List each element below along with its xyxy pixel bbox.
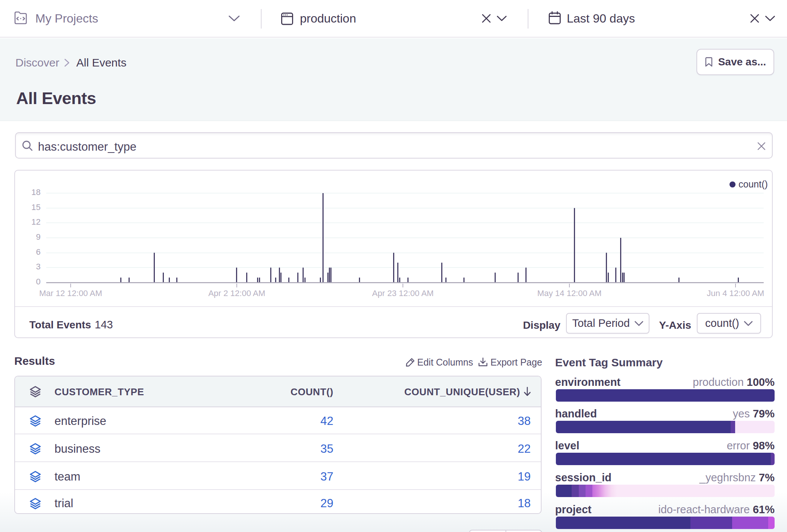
- svg-text:0: 0: [36, 277, 41, 286]
- svg-text:9: 9: [36, 232, 41, 242]
- svg-text:18: 18: [32, 187, 41, 197]
- svg-text:Apr 23 12:00 AM: Apr 23 12:00 AM: [372, 289, 434, 298]
- svg-text:12: 12: [32, 217, 41, 227]
- svg-text:Apr 2 12:00 AM: Apr 2 12:00 AM: [208, 289, 265, 298]
- svg-text:15: 15: [32, 203, 41, 212]
- svg-text:Jun 4 12:00 AM: Jun 4 12:00 AM: [707, 289, 764, 298]
- svg-text:3: 3: [36, 262, 41, 271]
- svg-text:count(): count(): [739, 179, 768, 189]
- svg-text:6: 6: [36, 247, 41, 257]
- svg-text:Mar 12 12:00 AM: Mar 12 12:00 AM: [39, 289, 102, 298]
- svg-text:May 14 12:00 AM: May 14 12:00 AM: [537, 289, 601, 298]
